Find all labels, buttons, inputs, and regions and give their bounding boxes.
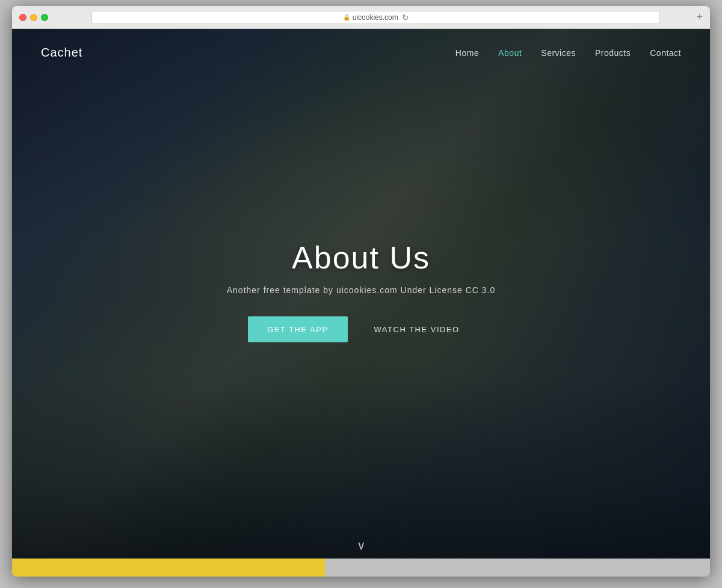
address-bar[interactable]: 🔒 uicookies.com ↻: [91, 11, 660, 24]
nav-link-contact[interactable]: Contact: [650, 48, 681, 58]
url-text: uicookies.com: [353, 13, 398, 22]
nav-item-home: Home: [455, 48, 479, 58]
nav-link-home[interactable]: Home: [455, 48, 479, 58]
maximize-button[interactable]: [41, 14, 48, 21]
get-app-button[interactable]: GET THE APP: [248, 317, 347, 342]
watch-video-button[interactable]: WATCH THE VIDEO: [360, 317, 474, 342]
hero-subtitle: Another free template by uicookies.com U…: [180, 285, 542, 295]
page-content: Cachet Home About Services Products Cont…: [12, 29, 710, 577]
nav-link-about[interactable]: About: [498, 48, 522, 58]
yellow-strip-decoration: [12, 559, 325, 577]
new-tab-button[interactable]: +: [696, 11, 703, 23]
lock-icon: 🔒: [343, 14, 350, 20]
nav-item-contact: Contact: [650, 48, 681, 58]
scroll-indicator[interactable]: ∨: [357, 538, 366, 552]
navbar: Cachet Home About Services Products Cont…: [12, 29, 710, 76]
close-button[interactable]: [19, 14, 26, 21]
hero-buttons: GET THE APP WATCH THE VIDEO: [180, 317, 542, 342]
nav-item-services: Services: [541, 48, 576, 58]
street-bottom-gradient: [12, 378, 710, 559]
browser-window: 🔒 uicookies.com ↻ + Cachet Home About: [12, 6, 710, 577]
traffic-lights: [19, 14, 48, 21]
nav-links: Home About Services Products Contact: [455, 48, 681, 58]
nav-link-services[interactable]: Services: [541, 48, 576, 58]
minimize-button[interactable]: [30, 14, 37, 21]
nav-item-about: About: [498, 48, 522, 58]
nav-item-products: Products: [595, 48, 631, 58]
hero-title: About Us: [180, 240, 542, 276]
brand-logo[interactable]: Cachet: [41, 46, 82, 60]
browser-chrome: 🔒 uicookies.com ↻ +: [12, 6, 710, 29]
nav-link-products[interactable]: Products: [595, 48, 631, 58]
refresh-button[interactable]: ↻: [402, 13, 409, 22]
hero-content: About Us Another free template by uicook…: [180, 240, 542, 342]
